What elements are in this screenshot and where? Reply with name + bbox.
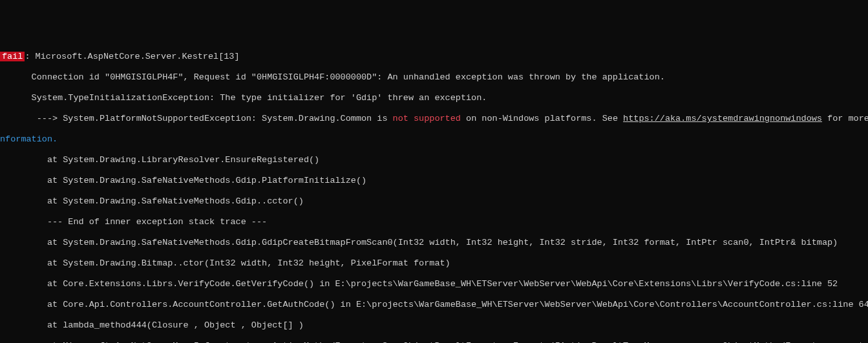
log-text: : Microsoft.AspNetCore.Server.Kestrel[13… [25,52,239,61]
log-line: at lambda_method444(Closure , Object , O… [0,320,868,331]
docs-link[interactable]: https://aka.ms/systemdrawingnonwindows [623,114,822,123]
not-supported-text: not supported [393,114,461,123]
log-line: Connection id "0HMGISIGLPH4F", Request i… [0,72,868,83]
log-text: on non-Windows platforms. See [461,114,623,123]
log-line: at System.Drawing.SafeNativeMethods.Gdip… [0,238,868,248]
log-line: at System.Drawing.LibraryResolver.Ensure… [0,155,868,165]
fail-badge: fail [0,52,25,61]
log-line: ---> System.PlatformNotSupportedExceptio… [0,114,868,124]
log-line: at Core.Extensions.Librs.VerifyCode.GetV… [0,279,868,289]
log-line: at System.Drawing.SafeNativeMethods.Gdip… [0,176,868,186]
log-line: at System.Drawing.SafeNativeMethods.Gdip… [0,196,868,207]
log-line: System.TypeInitializationException: The … [0,93,868,103]
log-line: at Core.Api.Controllers.AccountControlle… [0,300,868,310]
log-line: at System.Drawing.Bitmap..ctor(Int32 wid… [0,258,868,269]
log-text: ---> System.PlatformNotSupportedExceptio… [0,114,393,123]
log-line: nformation. [0,134,868,145]
log-line: --- End of inner exception stack trace -… [0,217,868,227]
log-line: fail: Microsoft.AspNetCore.Server.Kestre… [0,52,868,62]
log-text: for more i [822,114,868,123]
